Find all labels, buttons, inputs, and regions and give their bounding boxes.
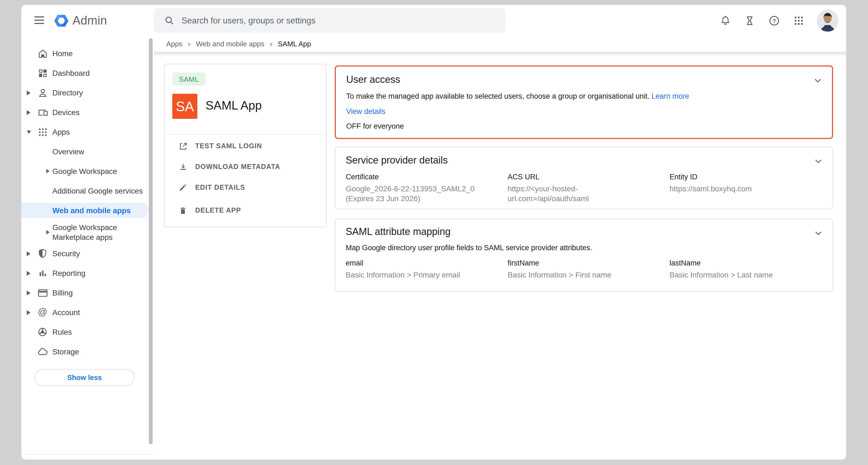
- sidebar-item-account[interactable]: @ Account: [21, 303, 154, 322]
- expand-right-icon[interactable]: [27, 310, 31, 315]
- acs-url-field: ACS URL https://<your-hosted-url.com>/ap…: [507, 173, 670, 203]
- sidebar-item-label: Billing: [52, 288, 73, 297]
- field-value: Google_2026-6-22-113953_SAML2_0 (Expires…: [346, 184, 485, 203]
- show-less-button[interactable]: Show less: [34, 369, 135, 386]
- sidebar-item-home[interactable]: Home: [21, 43, 154, 63]
- service-provider-fields: Certificate Google_2026-6-22-113953_SAML…: [346, 173, 822, 203]
- sidebar-item-rules[interactable]: Rules: [21, 322, 154, 342]
- field-value: Basic Information > First name: [507, 270, 647, 280]
- view-details-link[interactable]: View details: [346, 107, 822, 116]
- sidebar-item-label: Additional Google services: [52, 186, 143, 195]
- search-icon: [164, 15, 175, 26]
- card-title: Service provider details: [346, 155, 822, 166]
- sidebar-item-label: Web and mobile apps: [52, 206, 131, 215]
- apps-launcher-icon[interactable]: [792, 14, 805, 27]
- search-bar[interactable]: [154, 8, 505, 33]
- sidebar-item-label: Apps: [52, 128, 70, 136]
- sidebar-item-security[interactable]: Security: [21, 244, 154, 263]
- dashboard-icon: [36, 67, 49, 79]
- send-feedback-button[interactable]: Send feedback: [21, 456, 154, 460]
- expand-right-icon[interactable]: [46, 229, 51, 235]
- delete-app-button[interactable]: DELETE APP: [165, 200, 326, 220]
- breadcrumb-separator: ›: [188, 39, 190, 48]
- sidebar-item-label: Home: [52, 49, 73, 58]
- menu-icon[interactable]: [34, 17, 44, 24]
- edit-details-button[interactable]: EDIT DETAILS: [165, 178, 326, 197]
- field-label: email: [346, 259, 507, 267]
- bar-chart-icon: [36, 267, 49, 279]
- home-icon: [36, 48, 49, 59]
- devices-icon: [36, 106, 49, 118]
- expand-right-icon[interactable]: [27, 251, 31, 256]
- topbar-actions: ?: [719, 9, 839, 32]
- breadcrumb: Apps › Web and mobile apps › SAML App: [166, 35, 311, 52]
- sidebar-scrollbar[interactable]: [149, 38, 153, 444]
- sidebar-item-google-workspace[interactable]: Google Workspace: [21, 161, 154, 181]
- expand-right-icon[interactable]: [27, 110, 31, 115]
- pencil-icon: [178, 182, 188, 193]
- help-icon[interactable]: ?: [768, 14, 781, 27]
- certificate-field: Certificate Google_2026-6-22-113953_SAML…: [346, 173, 507, 203]
- sidebar-nav: Home Dashboard Directory: [21, 49, 154, 460]
- panel-divider: [165, 134, 326, 135]
- field-label: ACS URL: [507, 173, 670, 181]
- admin-logo[interactable]: Admin: [54, 13, 107, 28]
- admin-console-window: Admin: [21, 5, 846, 460]
- test-saml-login-button[interactable]: TEST SAML LOGIN: [165, 136, 326, 156]
- search-input[interactable]: [181, 15, 488, 26]
- sidebar-item-storage[interactable]: Storage: [21, 342, 154, 362]
- sidebar-item-billing[interactable]: Billing: [21, 283, 154, 303]
- sidebar-item-additional-google-services[interactable]: Additional Google services: [21, 181, 154, 200]
- expand-right-icon[interactable]: [46, 168, 51, 174]
- field-value: https://<your-hosted-url.com>/api/oauth/…: [507, 184, 639, 203]
- sidebar-item-apps[interactable]: Apps: [21, 122, 154, 142]
- attribute-mapping-description: Map Google directory user profile fields…: [346, 244, 822, 252]
- chevron-down-icon[interactable]: [814, 77, 822, 85]
- sidebar-item-google-workspace-marketplace-apps[interactable]: Google Workspace Marketplace apps: [21, 218, 154, 247]
- sidebar-item-label: Overview: [52, 147, 84, 156]
- field-label: Entity ID: [670, 173, 822, 181]
- sidebar-item-dashboard[interactable]: Dashboard: [21, 63, 154, 83]
- credit-card-icon: [36, 287, 49, 299]
- sidebar-item-reporting[interactable]: Reporting: [21, 263, 154, 283]
- expand-right-icon[interactable]: [27, 90, 31, 95]
- svg-text:@: @: [38, 306, 47, 317]
- expand-right-icon[interactable]: [27, 270, 31, 276]
- collapse-down-icon[interactable]: [27, 129, 31, 135]
- action-label: DELETE APP: [195, 207, 241, 214]
- learn-more-link[interactable]: Learn more: [652, 92, 689, 100]
- sidebar-item-label: Directory: [52, 88, 83, 97]
- notifications-bell-icon[interactable]: [719, 14, 732, 27]
- person-icon: [36, 87, 49, 99]
- breadcrumb-web-and-mobile-apps[interactable]: Web and mobile apps: [196, 39, 265, 48]
- sidebar-item-directory[interactable]: Directory: [21, 83, 154, 102]
- chevron-down-icon[interactable]: [814, 158, 822, 165]
- breadcrumb-apps[interactable]: Apps: [166, 39, 182, 48]
- expand-right-icon[interactable]: [27, 290, 31, 296]
- breadcrumb-separator: ›: [270, 39, 272, 48]
- user-access-card: User access To make the managed app avai…: [335, 65, 833, 139]
- download-icon: [178, 162, 188, 172]
- sidebar-item-devices[interactable]: Devices: [21, 102, 154, 122]
- field-value: Basic Information > Primary email: [346, 270, 485, 280]
- saml-attribute-mapping-card: SAML attribute mapping Map Google direct…: [335, 219, 833, 292]
- sidebar-item-overview[interactable]: Overview: [21, 142, 154, 161]
- header-shadow: [154, 52, 846, 57]
- firstname-mapping-field: firstName Basic Information > First name: [507, 259, 670, 280]
- card-title: SAML attribute mapping: [346, 226, 822, 238]
- sidebar-item-label: Google Workspace Marketplace apps: [52, 222, 140, 242]
- action-label: TEST SAML LOGIN: [195, 142, 262, 150]
- product-name: Admin: [72, 13, 107, 28]
- view-details-label[interactable]: View details: [346, 107, 385, 116]
- trash-icon: [178, 205, 188, 216]
- sidebar-divider: [21, 454, 154, 455]
- tasks-hourglass-icon[interactable]: [743, 14, 756, 27]
- avatar[interactable]: [817, 9, 839, 31]
- app-monogram-tile: SA: [172, 94, 197, 119]
- cloud-icon: [36, 346, 49, 358]
- sidebar-item-label: Google Workspace: [52, 167, 117, 176]
- sidebar-item-label: Storage: [52, 347, 79, 356]
- chevron-down-icon[interactable]: [814, 229, 822, 237]
- download-metadata-button[interactable]: DOWNLOAD METADATA: [165, 157, 326, 177]
- at-sign-icon: @: [36, 306, 49, 318]
